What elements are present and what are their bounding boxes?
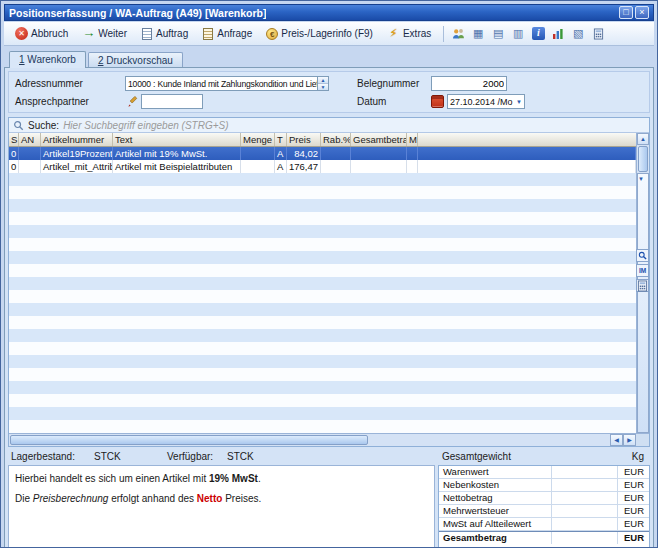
cell-filler bbox=[418, 290, 636, 303]
cell-m bbox=[407, 381, 418, 394]
calendar-icon[interactable] bbox=[431, 95, 444, 108]
abbruch-button[interactable]: ✕ Abbruch bbox=[8, 24, 75, 43]
preis-lagerinfo-button[interactable]: € Preis-/Lagerinfo (F9) bbox=[259, 25, 380, 43]
cell-m bbox=[407, 342, 418, 355]
tab-number: 1 bbox=[19, 54, 25, 65]
cell-filler bbox=[418, 225, 636, 238]
cell-filler bbox=[418, 342, 636, 355]
datum-input[interactable]: 27.10.2014 /Mo ▼ bbox=[447, 94, 525, 109]
grid-row-empty[interactable] bbox=[9, 277, 636, 290]
weiter-button[interactable]: → Weiter bbox=[75, 24, 134, 43]
zoom-icon-button[interactable] bbox=[636, 249, 649, 262]
calculator-icon-button[interactable] bbox=[589, 25, 607, 42]
grid-row-empty[interactable] bbox=[9, 316, 636, 329]
cell-filler bbox=[418, 368, 636, 381]
grid-row-empty[interactable] bbox=[9, 251, 636, 264]
horizontal-scroll-track[interactable] bbox=[369, 434, 610, 446]
cell-preis bbox=[287, 251, 321, 264]
grid-row-empty[interactable] bbox=[9, 173, 636, 186]
adressnummer-spinner[interactable]: ▲▼ bbox=[317, 77, 328, 90]
horizontal-scroll-thumb[interactable] bbox=[10, 435, 368, 445]
belegnummer-label: Belegnummer bbox=[357, 78, 431, 89]
grid-row-empty[interactable] bbox=[9, 186, 636, 199]
grid-row-empty[interactable] bbox=[9, 420, 636, 433]
chevron-down-icon[interactable]: ▼ bbox=[514, 99, 524, 105]
extras-button[interactable]: ⚡ Extras bbox=[380, 24, 438, 43]
cell-s bbox=[9, 342, 19, 355]
cell-an bbox=[19, 316, 41, 329]
grid-row-empty[interactable] bbox=[9, 199, 636, 212]
list-icon-button[interactable]: ▤ bbox=[489, 25, 507, 42]
adressnummer-combobox[interactable]: 10000 : Kunde Inland mit Zahlungskonditi… bbox=[125, 76, 329, 91]
cell-m bbox=[407, 316, 418, 329]
titlebar[interactable]: Positionserfassung / WA-Auftrag (A49) [W… bbox=[4, 4, 654, 21]
column-header-rab[interactable]: Rab.% bbox=[321, 133, 351, 146]
column-header-s[interactable]: S bbox=[9, 133, 19, 146]
lagerbestand-label: Lagerbestand: bbox=[11, 451, 75, 462]
tab-druckvorschau[interactable]: 2 Druckvorschau bbox=[88, 52, 183, 68]
belegnummer-input[interactable] bbox=[431, 76, 507, 91]
column-header-menge[interactable]: Menge bbox=[241, 133, 275, 146]
auftrag-button[interactable]: Auftrag bbox=[134, 25, 195, 43]
vertical-scrollbar[interactable]: ▲ IM ▼ bbox=[636, 133, 649, 433]
column-header-artikelnummer[interactable]: Artikelnummer bbox=[41, 133, 113, 146]
table-icon-button[interactable]: ▧ bbox=[569, 25, 587, 42]
search-input[interactable] bbox=[63, 120, 649, 131]
spinner-up-icon[interactable]: ▲ bbox=[318, 77, 328, 84]
grid-row-empty[interactable] bbox=[9, 303, 636, 316]
grid-row-empty[interactable] bbox=[9, 381, 636, 394]
grid-icon-button[interactable]: ▦ bbox=[469, 25, 487, 42]
grid-row-empty[interactable] bbox=[9, 355, 636, 368]
close-button[interactable]: × bbox=[635, 6, 649, 19]
grid-row-empty[interactable] bbox=[9, 342, 636, 355]
search-label: Suche: bbox=[28, 120, 59, 131]
cell-s bbox=[9, 407, 19, 420]
info-line-2: Die Preisberechnung erfolgt anhand des N… bbox=[15, 493, 428, 504]
calculator-icon-button[interactable] bbox=[636, 279, 649, 292]
cell-filler bbox=[418, 238, 636, 251]
scroll-down-icon[interactable]: ▼ bbox=[637, 173, 649, 433]
column-header-t[interactable]: T bbox=[275, 133, 287, 146]
grid-row-empty[interactable] bbox=[9, 394, 636, 407]
grid-row[interactable]: 0Artikel19ProzentArtikel mit 19% MwSt.A8… bbox=[9, 147, 636, 160]
grid-row-empty[interactable] bbox=[9, 290, 636, 303]
contacts-icon-button[interactable] bbox=[449, 25, 467, 42]
cell-t bbox=[275, 303, 287, 316]
horizontal-scrollbar[interactable]: ◀ ▶ bbox=[9, 433, 649, 446]
info-icon-button[interactable]: i bbox=[529, 25, 547, 42]
grid-row-empty[interactable] bbox=[9, 368, 636, 381]
edit-icon[interactable] bbox=[125, 95, 139, 109]
column-header-text[interactable]: Text bbox=[113, 133, 241, 146]
grid-row-empty[interactable] bbox=[9, 407, 636, 420]
chart-icon-button[interactable] bbox=[549, 25, 567, 42]
grid-row-empty[interactable] bbox=[9, 225, 636, 238]
cell-t bbox=[275, 381, 287, 394]
scroll-left-icon[interactable]: ◀ bbox=[610, 434, 623, 446]
column-header-an[interactable]: AN bbox=[19, 133, 41, 146]
cell-text bbox=[113, 225, 241, 238]
form-icon-button[interactable]: ▥ bbox=[509, 25, 527, 42]
grid-row-empty[interactable] bbox=[9, 264, 636, 277]
vertical-scroll-thumb[interactable] bbox=[638, 146, 648, 172]
anfrage-button[interactable]: Anfrage bbox=[195, 25, 259, 43]
tab-warenkorb[interactable]: 1 Warenkorb bbox=[9, 51, 86, 68]
cell-preis: 176,47 bbox=[287, 160, 321, 173]
grid-row-empty[interactable] bbox=[9, 329, 636, 342]
column-header-m[interactable]: M bbox=[407, 133, 418, 146]
grid-row[interactable]: 0Artikel_mit_AttribuArtikel mit Beispiel… bbox=[9, 160, 636, 173]
grid-row-empty[interactable] bbox=[9, 238, 636, 251]
cell-s: 0 bbox=[9, 147, 19, 160]
ansprechpartner-input[interactable] bbox=[141, 94, 203, 109]
restore-button[interactable]: □ bbox=[619, 6, 633, 19]
column-header-gesamtbetrag[interactable]: Gesamtbetrag bbox=[351, 133, 407, 146]
spinner-down-icon[interactable]: ▼ bbox=[318, 84, 328, 90]
column-header-preis[interactable]: Preis bbox=[287, 133, 321, 146]
scroll-right-icon[interactable]: ▶ bbox=[623, 434, 636, 446]
cell-gesamtbetrag bbox=[351, 368, 407, 381]
grid-row-empty[interactable] bbox=[9, 212, 636, 225]
scroll-up-icon[interactable]: ▲ bbox=[637, 133, 649, 145]
im-button[interactable]: IM bbox=[636, 264, 649, 277]
ansprechpartner-label: Ansprechpartner bbox=[11, 96, 125, 107]
cell-an bbox=[19, 290, 41, 303]
cell-menge bbox=[241, 264, 275, 277]
